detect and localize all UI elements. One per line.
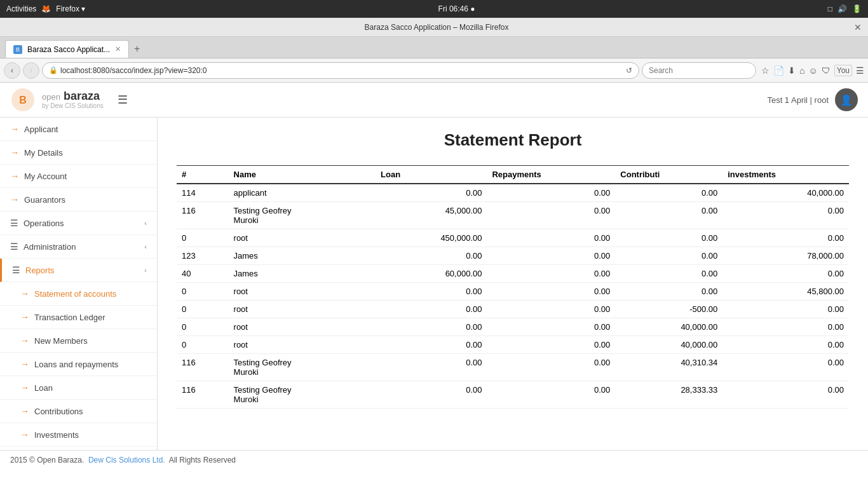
cell-num: 116 (177, 202, 229, 229)
cell-name: root (229, 318, 376, 336)
smiley-icon[interactable]: ☺ (808, 65, 817, 76)
table-header-row: # Name Loan Repayments Contributi invest… (177, 166, 849, 184)
cell-loan: 450,000.00 (376, 229, 487, 247)
cell-investments: 0.00 (722, 336, 849, 354)
sidebar-item-applicant[interactable]: → Applicant (0, 118, 157, 141)
app-footer: 2015 © Open Baraza. Dew Cis Solutions Lt… (0, 450, 868, 469)
sidebar-item-transaction-ledger[interactable]: → Transaction Ledger (0, 306, 157, 329)
browser-close-button[interactable]: ✕ (854, 22, 862, 32)
sidebar-item-guarantors[interactable]: → Guarantors (0, 188, 157, 212)
logo-baraza: baraza (64, 90, 100, 102)
cell-loan: 60,000.00 (376, 265, 487, 283)
cell-contributions: 0.00 (615, 184, 722, 202)
active-tab[interactable]: B Baraza Sacco Applicat... ✕ (5, 40, 129, 58)
cell-name: root (229, 283, 376, 301)
sidebar-label-loans-and-repayments: Loans and repayments (34, 360, 118, 369)
bookmark-star-icon[interactable]: ☆ (761, 65, 770, 76)
menu-toggle-button[interactable]: ☰ (118, 93, 128, 107)
os-bar-left: Activities 🦊 Firefox ▾ (6, 4, 85, 13)
chevron-icon: ‹ (144, 266, 147, 274)
datetime-display: Fri 06:46 ● (438, 4, 475, 13)
sidebar-item-investments[interactable]: → Investments (0, 423, 157, 447)
search-input[interactable] (642, 62, 756, 79)
sidebar-item-my-account[interactable]: → My Account (0, 165, 157, 188)
forward-button[interactable]: › (23, 62, 39, 79)
cell-repayments: 0.00 (487, 229, 615, 247)
sidebar-label-my-details: My Details (24, 148, 63, 158)
cell-name: Testing GeofreyMuroki (229, 354, 376, 381)
new-tab-button[interactable]: + (129, 40, 145, 58)
sidebar-item-my-details[interactable]: → My Details (0, 141, 157, 165)
volume-icon[interactable]: 🔊 (837, 4, 847, 13)
logo-open: open (42, 92, 60, 102)
sidebar-item-reports[interactable]: ☰ Reports ‹ (0, 259, 157, 282)
cell-repayments: 0.00 (487, 202, 615, 229)
user-avatar[interactable]: 👤 (835, 88, 858, 111)
cell-loan: 45,000.00 (376, 202, 487, 229)
cell-loan: 0.00 (376, 318, 487, 336)
tab-close-button[interactable]: ✕ (115, 45, 121, 53)
firefox-label[interactable]: Firefox ▾ (56, 4, 85, 13)
user-info-text: Test 1 April | root (767, 95, 829, 105)
cell-contributions: 40,000.00 (615, 336, 722, 354)
main-content: Statement Report # Name Loan Repayments … (158, 118, 868, 450)
cell-investments: 78,000.00 (722, 247, 849, 265)
sidebar-item-operations[interactable]: ☰ Operations ‹ (0, 212, 157, 235)
app-wrapper: B open baraza by Dew CIS Solutions ☰ Tes… (0, 83, 868, 469)
cell-repayments: 0.00 (487, 318, 615, 336)
battery-icon[interactable]: 🔋 (852, 4, 862, 13)
cell-name: root (229, 229, 376, 247)
os-bar-center: Fri 06:46 ● (438, 4, 475, 13)
cell-contributions: 0.00 (615, 247, 722, 265)
cell-num: 114 (177, 184, 229, 202)
arrow-icon: → (20, 383, 29, 393)
cell-loan: 0.00 (376, 354, 487, 381)
firefox-icon: 🦊 (41, 4, 51, 13)
sidebar-item-contributions[interactable]: → Contributions (0, 400, 157, 423)
reload-button[interactable]: ↺ (626, 66, 632, 75)
cell-repayments: 0.00 (487, 301, 615, 318)
table-row: 116 Testing GeofreyMuroki 0.00 0.00 28,3… (177, 381, 849, 409)
cell-name: Testing GeofreyMuroki (229, 202, 376, 229)
cell-investments: 0.00 (722, 381, 849, 409)
reader-mode-icon[interactable]: 📄 (773, 65, 784, 76)
sidebar-label-reports: Reports (25, 266, 55, 275)
url-bar[interactable]: 🔒 localhost:8080/sacco/index.jsp?view=32… (42, 62, 639, 79)
cell-investments: 0.00 (722, 354, 849, 381)
cell-investments: 0.00 (722, 202, 849, 229)
footer-link[interactable]: Dew Cis Solutions Ltd. (88, 456, 165, 464)
col-header-repayments: Repayments (487, 166, 615, 184)
tab-bar: B Baraza Sacco Applicat... ✕ + (0, 37, 868, 58)
cell-contributions: 0.00 (615, 202, 722, 229)
address-bar: ‹ › 🔒 localhost:8080/sacco/index.jsp?vie… (0, 58, 868, 83)
logo-svg: B (10, 87, 36, 112)
menu-icon[interactable]: ☰ (856, 65, 864, 76)
browser-title: Baraza Sacco Application – Mozilla Firef… (19, 23, 854, 32)
main-body: → Applicant → My Details → My Account → … (0, 118, 868, 450)
cell-num: 0 (177, 229, 229, 247)
cell-repayments: 0.00 (487, 381, 615, 409)
activities-menu[interactable]: Activities (6, 4, 36, 13)
home-icon[interactable]: ⌂ (799, 65, 804, 76)
table-row: 114 applicant 0.00 0.00 0.00 40,000.00 (177, 184, 849, 202)
cell-num: 116 (177, 354, 229, 381)
sidebar-item-loan[interactable]: → Loan (0, 376, 157, 400)
cell-num: 123 (177, 247, 229, 265)
sidebar-item-new-members[interactable]: → New Members (0, 329, 157, 353)
sidebar-item-statement-of-accounts[interactable]: → Statement of accounts (0, 282, 157, 306)
shield-icon[interactable]: 🛡 (822, 65, 831, 76)
sidebar-label-loan: Loan (34, 383, 53, 393)
sidebar-item-administration[interactable]: ☰ Administration ‹ (0, 235, 157, 259)
sidebar: → Applicant → My Details → My Account → … (0, 118, 158, 450)
window-icon[interactable]: □ (828, 4, 832, 13)
cell-repayments: 0.00 (487, 247, 615, 265)
sidebar-item-loans-and-repayments[interactable]: → Loans and repayments (0, 353, 157, 376)
cell-investments: 0.00 (722, 301, 849, 318)
arrow-icon: → (20, 406, 29, 416)
back-button[interactable]: ‹ (4, 62, 20, 79)
lock-icon: 🔒 (49, 66, 58, 74)
report-table: # Name Loan Repayments Contributi invest… (177, 165, 849, 409)
cell-loan: 0.00 (376, 184, 487, 202)
download-icon[interactable]: ⬇ (788, 65, 796, 76)
youtube-icon[interactable]: You (834, 65, 852, 76)
